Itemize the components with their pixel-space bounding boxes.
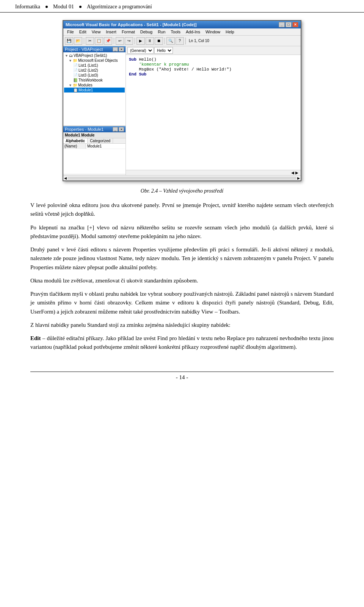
module1-icon: 📋 [73,88,78,92]
properties-panel: Properties - Module1 _ ✕ Module1 Module … [63,126,126,175]
code-msgbox: MsgBox ("Ahoj světe! / Hello World!") [129,67,232,72]
toolbar-stop[interactable]: ⏹ [155,37,163,45]
paragraph-4: Okna modulů lze zvětšovat, zmenšovat či … [30,276,334,285]
props-val-name: Module1 [86,144,103,149]
vba-menubar: File Edit View Insert Format Debug Run T… [63,28,301,36]
paragraph-5: Pravým tlačítkem myši v oblasti pruhu na… [30,290,334,316]
scroll-track[interactable] [67,177,297,180]
menu-edit[interactable]: Edit [77,29,89,35]
toolbar-cut[interactable]: ✂ [86,37,94,45]
code-combo-proc[interactable]: Hello [154,47,173,54]
vba-ide-window: Microsoft Visual Basic for Applications … [63,20,301,181]
module1-label: Module1 [78,88,93,92]
code-sub-name: Hello() [139,57,156,62]
close-button[interactable]: ✕ [292,22,298,27]
objects-label: Microsoft Excel Objects [78,58,118,63]
scroll-right-arrow[interactable]: ▶ [297,176,300,180]
toolbar-sep4 [165,38,165,44]
scroll-left-arrow[interactable]: ◀ [64,176,67,180]
toolbar-run[interactable]: ▶ [136,37,145,45]
code-line-3: MsgBox ("Ahoj světe! / Hello World!") [129,67,298,72]
menu-insert[interactable]: Insert [104,29,119,35]
tree-excel-objects[interactable]: ▼ 📁 Microsoft Excel Objects [64,58,125,63]
project-panel-close[interactable]: ✕ [119,47,124,52]
keyword-sub: Sub [129,57,136,62]
maximize-button[interactable]: □ [286,22,292,27]
header-separator1 [46,6,48,8]
modules-label: Modules [78,83,93,87]
toolbar-help[interactable]: ? [176,37,184,45]
toolbar-sep2 [114,38,114,44]
tree-list2[interactable]: 📄 List2 (List2) [64,68,125,73]
menu-addins[interactable]: Add-Ins [184,29,202,35]
properties-tabs: Alphabetic Categorized [63,138,126,144]
menu-view[interactable]: View [89,29,103,35]
props-close[interactable]: ✕ [119,127,124,132]
root-expand: ▼ [65,54,68,58]
tree-root[interactable]: ▼ 🗂 VBAProject (Sešit1) [64,53,125,58]
tree-thisworkbook[interactable]: 📗 ThisWorkbook [64,78,125,83]
toolbar-find[interactable]: 🔍 [166,37,175,45]
toolbar-position: Ln 1, Col 10 [189,39,209,43]
minimize-button[interactable]: _ [279,22,285,27]
code-combo-object[interactable]: (General) [127,47,154,54]
project-panel-minimize[interactable]: _ [113,47,118,52]
titlebar-controls: _ □ ✕ [279,22,298,27]
props-tab-alphabetic[interactable]: Alphabetic [63,138,88,143]
wb-label: ThisWorkbook [78,78,103,82]
menu-format[interactable]: Format [119,29,137,35]
wb-icon: 📗 [73,78,78,82]
properties-module-name: Module1 Module [63,132,126,138]
list2-icon: 📄 [73,68,78,72]
figure-caption: Obr. 2.4 – Vzhled vývojového prostředí [30,188,334,194]
page-header: Informatika Modul 01 Algoritmizace a pro… [0,0,364,13]
menu-run[interactable]: Run [155,29,168,35]
menu-file[interactable]: File [65,29,76,35]
objects-expand: ▼ [69,59,72,63]
vba-toolbar: 💾 📂 ✂ 📋 📌 ↩ ↪ ▶ ⏸ ⏹ 🔍 ? Ln 1, Col 10 [63,36,301,46]
properties-content: Module1 Module Alphabetic Categorized (N… [63,132,126,174]
tree-list3[interactable]: 📄 List3 (List3) [64,73,125,78]
vba-left-panel: Project - VBAProject _ ✕ ▼ 🗂 VBAProject … [63,46,126,175]
list1-icon: 📄 [73,63,78,67]
toolbar-undo[interactable]: ↩ [116,37,124,45]
page-number: - 14 - [176,374,188,380]
keyword-endsub: End Sub [129,72,146,77]
modules-icon: 📁 [73,83,77,87]
paragraph-6: Z hlavní nabídky panelu Standard stojí z… [30,321,334,329]
menu-tools[interactable]: Tools [168,29,183,35]
header-title: Informatika [15,4,40,10]
tree-list1[interactable]: 📄 List1 (List1) [64,63,125,68]
modules-expand: ▼ [69,83,72,87]
code-line-4: End Sub [129,72,298,77]
vba-titlebar: Microsoft Visual Basic for Applications … [63,21,301,28]
tree-modules[interactable]: ▼ 📁 Modules [64,83,125,88]
paragraph-3: Druhý panel v levé části editoru s názve… [30,245,334,272]
toolbar-save[interactable]: 💾 [65,37,73,45]
props-minimize[interactable]: _ [113,127,118,132]
project-panel-title: Project - VBAProject [65,47,103,52]
statusbar-arrows: ◀ ▶ [291,171,298,175]
header-module: Modul 01 [53,4,74,10]
toolbar-open[interactable]: 📂 [74,37,82,45]
project-panel-titlebar: Project - VBAProject _ ✕ [63,46,126,52]
paragraph-1: V levé polovině okna editoru jsou dva uk… [30,201,334,219]
screenshot-container: Microsoft Visual Basic for Applications … [30,20,334,181]
vba-statusbar: ◀ ▶ [126,170,301,175]
menu-debug[interactable]: Debug [138,29,155,35]
code-editor[interactable]: Sub Hello() 'komentar k programu MsgBox … [126,55,301,170]
toolbar-redo[interactable]: ↪ [125,37,133,45]
toolbar-sep3 [135,38,135,44]
project-tree: ▼ 🗂 VBAProject (Sešit1) ▼ 📁 Microsoft Ex… [63,52,126,125]
header-subtitle: Algoritmizace a programování [87,4,152,10]
menu-window[interactable]: Window [203,29,223,35]
toolbar-copy[interactable]: 📋 [95,37,103,45]
vba-scrollbar-horizontal[interactable]: ◀ ▶ [63,175,301,180]
code-line-2: 'komentar k programu [129,62,298,67]
tree-module1[interactable]: 📋 Module1 [64,88,125,93]
props-tab-categorized[interactable]: Categorized [88,138,113,143]
toolbar-pause[interactable]: ⏸ [146,37,154,45]
toolbar-paste[interactable]: 📌 [104,37,112,45]
menu-help[interactable]: Help [223,29,237,35]
vba-code-panel: (General) Hello Sub Hello() 'komentar k [126,46,301,175]
